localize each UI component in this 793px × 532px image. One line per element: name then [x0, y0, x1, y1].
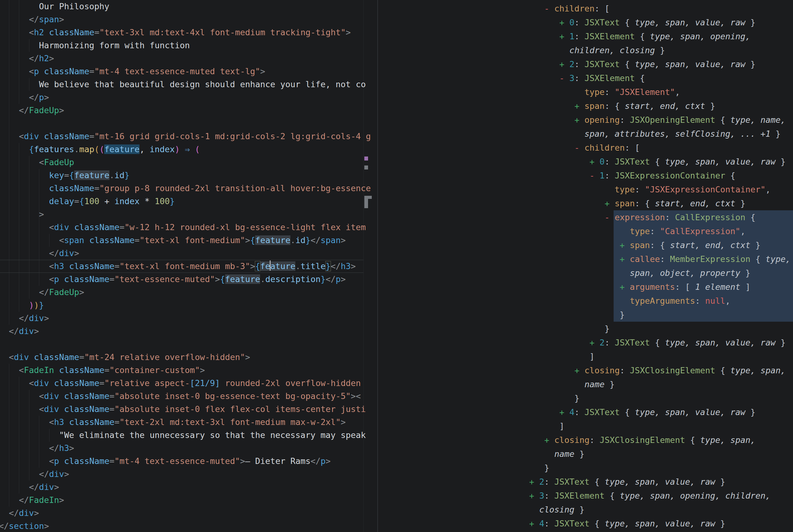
ast-node-line[interactable]: + 2: JSXText { type, span, value, raw }	[529, 57, 791, 71]
ast-node-line[interactable]: + 0: JSXText { type, span, value, raw }	[529, 155, 791, 169]
code-line[interactable]: <div className="w-12 h-12 rounded-xl bg-…	[0, 221, 377, 234]
code-line[interactable]: ))}	[0, 299, 377, 312]
ast-tree[interactable]: - children: [ + 0: JSXText { type, span,…	[378, 0, 791, 530]
code-line[interactable]	[0, 117, 377, 130]
collapse-toggle-icon[interactable]: -	[544, 4, 549, 13]
expand-toggle-icon[interactable]: +	[529, 477, 534, 487]
ast-node-line[interactable]: + closing: JSXClosingElement { type, spa…	[529, 433, 791, 447]
ast-node-line[interactable]: + span: { start, end, ctxt }	[529, 238, 791, 252]
ast-node-line[interactable]: - 1: JSXExpressionContainer {	[529, 169, 791, 183]
ast-node-line[interactable]: span, attributes, selfClosing, ... +1 }	[529, 127, 791, 141]
code-line[interactable]: Harmonizing form with function	[0, 39, 377, 52]
ast-node-line[interactable]: - 3: JSXElement {	[529, 71, 791, 85]
ast-node-line[interactable]: + 2: JSXText { type, span, value, raw }	[529, 336, 791, 349]
ast-node-line[interactable]: closing }	[529, 502, 791, 516]
ast-node-line[interactable]: + 4: JSXText { type, span, value, raw }	[529, 405, 791, 419]
ast-node-line[interactable]: + span: { start, end, ctxt }	[529, 196, 791, 210]
ast-node-line[interactable]: }	[529, 461, 791, 475]
code-line[interactable]: <span className="text-xl font-medium">{f…	[0, 234, 377, 247]
ast-node-line[interactable]: - children: [	[529, 2, 791, 16]
code-line[interactable]: </h2>	[0, 52, 377, 65]
code-line[interactable]: </FadeUp>	[0, 286, 377, 299]
collapse-toggle-icon[interactable]: -	[574, 143, 579, 152]
ast-node-line[interactable]: + 4: JSXText { type, span, value, raw }	[529, 516, 791, 530]
ast-node-line[interactable]: - children: [	[529, 141, 791, 155]
ast-node-line[interactable]: ]	[529, 419, 791, 433]
expand-toggle-icon[interactable]: +	[574, 101, 579, 111]
ast-node-line[interactable]: type: "JSXExpressionContainer",	[529, 183, 791, 196]
ast-node-line[interactable]: + 2: JSXText { type, span, value, raw }	[529, 475, 791, 489]
ast-node-line[interactable]: + 0: JSXText { type, span, value, raw }	[529, 16, 791, 30]
expand-toggle-icon[interactable]: +	[620, 240, 625, 250]
code-editor-pane[interactable]: Our Philosophy </span> <h2 className="te…	[0, 0, 377, 532]
expand-toggle-icon[interactable]: +	[560, 18, 564, 27]
expand-toggle-icon[interactable]: +	[560, 59, 564, 69]
code-line[interactable]: </span>	[0, 13, 377, 26]
source-code[interactable]: Our Philosophy </span> <h2 className="te…	[0, 0, 377, 532]
code-line[interactable]: Our Philosophy	[0, 0, 377, 13]
expand-toggle-icon[interactable]: +	[560, 407, 564, 417]
expand-toggle-icon[interactable]: +	[574, 115, 579, 125]
ast-node-line[interactable]: + arguments: [ 1 element ]	[529, 280, 791, 294]
expand-toggle-icon[interactable]: +	[560, 32, 564, 41]
code-line[interactable]: <h2 className="text-3xl md:text-4xl font…	[0, 26, 377, 39]
code-line[interactable]: We believe that beautiful design should …	[0, 78, 377, 91]
code-line[interactable]: key={feature.id}	[0, 169, 377, 182]
collapse-toggle-icon[interactable]: -	[589, 171, 595, 180]
expand-toggle-icon[interactable]: +	[574, 366, 579, 375]
code-line[interactable]: </div>	[0, 481, 377, 494]
expand-toggle-icon[interactable]: +	[544, 435, 549, 445]
code-line[interactable]: <p className="mt-4 text-essence-muted te…	[0, 65, 377, 78]
code-line[interactable]: <h3 className="text-xl font-medium mb-3"…	[0, 260, 377, 273]
ast-node-line[interactable]: + callee: MemberExpression { type,	[529, 252, 791, 266]
ast-node-line[interactable]: type: "CallExpression",	[529, 224, 791, 238]
ast-node-line[interactable]: typeArguments: null,	[529, 294, 791, 308]
ast-node-line[interactable]: }	[529, 391, 791, 405]
expand-toggle-icon[interactable]: +	[589, 338, 595, 347]
ast-node-line[interactable]: ]	[529, 349, 791, 363]
code-line[interactable]: </FadeUp>	[0, 104, 377, 117]
expand-toggle-icon[interactable]: +	[589, 157, 595, 166]
ast-node-line[interactable]: + span: { start, end, ctxt }	[529, 99, 791, 113]
code-line[interactable]: </h3>	[0, 442, 377, 455]
ast-tree-panel[interactable]: - children: [ + 0: JSXText { type, span,…	[378, 0, 793, 532]
ast-node-line[interactable]: name }	[529, 447, 791, 461]
ast-node-line[interactable]: + closing: JSXClosingElement { type, spa…	[529, 363, 791, 377]
code-line[interactable]: <div className="relative aspect-[21/9] r…	[0, 377, 377, 390]
code-line[interactable]: </section>	[0, 520, 377, 532]
code-line[interactable]: <div className="absolute inset-0 flex fl…	[0, 403, 377, 416]
ast-node-line[interactable]: - expression: CallExpression {	[529, 210, 791, 224]
code-line[interactable]: <div className="mt-16 grid grid-cols-1 m…	[0, 130, 377, 143]
expand-toggle-icon[interactable]: +	[529, 519, 534, 528]
code-line[interactable]: delay={100 + index * 100}	[0, 195, 377, 208]
expand-toggle-icon[interactable]: +	[605, 198, 610, 208]
expand-toggle-icon[interactable]: +	[620, 254, 625, 264]
code-line[interactable]: <p className="mt-4 text-essence-muted">—…	[0, 455, 377, 468]
ast-node-line[interactable]: }	[529, 322, 791, 336]
ast-node-line[interactable]: type: "JSXElement",	[529, 85, 791, 99]
expand-toggle-icon[interactable]: +	[529, 491, 534, 500]
code-line[interactable]: <h3 className="text-2xl md:text-3xl font…	[0, 416, 377, 429]
code-line[interactable]: </div>	[0, 507, 377, 520]
expand-toggle-icon[interactable]: +	[620, 282, 625, 292]
code-line[interactable]	[0, 338, 377, 351]
code-line[interactable]: <FadeUp	[0, 156, 377, 169]
code-line[interactable]: <div className="absolute inset-0 bg-esse…	[0, 390, 377, 403]
code-line[interactable]: "We eliminate the unnecessary so that th…	[0, 429, 377, 442]
ast-node-line[interactable]: + 3: JSXElement { type, span, opening, c…	[529, 489, 791, 502]
code-line[interactable]: </FadeIn>	[0, 494, 377, 507]
code-line[interactable]: </div>	[0, 325, 377, 338]
code-line[interactable]: </p>	[0, 91, 377, 104]
code-line[interactable]: </div>	[0, 312, 377, 325]
code-line[interactable]: <FadeIn className="container-custom">	[0, 364, 377, 377]
ast-node-line[interactable]: + opening: JSXOpeningElement { type, nam…	[529, 113, 791, 127]
ast-node-line[interactable]: span, object, property }	[529, 266, 791, 280]
ast-node-line[interactable]: }	[529, 308, 791, 322]
ast-node-line[interactable]: + 1: JSXElement { type, span, opening,	[529, 30, 791, 43]
code-line[interactable]: </div>	[0, 468, 377, 481]
ast-node-line[interactable]: children, closing }	[529, 43, 791, 57]
code-line[interactable]: >	[0, 208, 377, 221]
code-line[interactable]: className="group p-8 rounded-2xl transit…	[0, 182, 377, 195]
code-line[interactable]: <div className="mt-24 relative overflow-…	[0, 351, 377, 364]
code-line[interactable]: <p className="text-essence-muted">{featu…	[0, 273, 377, 286]
